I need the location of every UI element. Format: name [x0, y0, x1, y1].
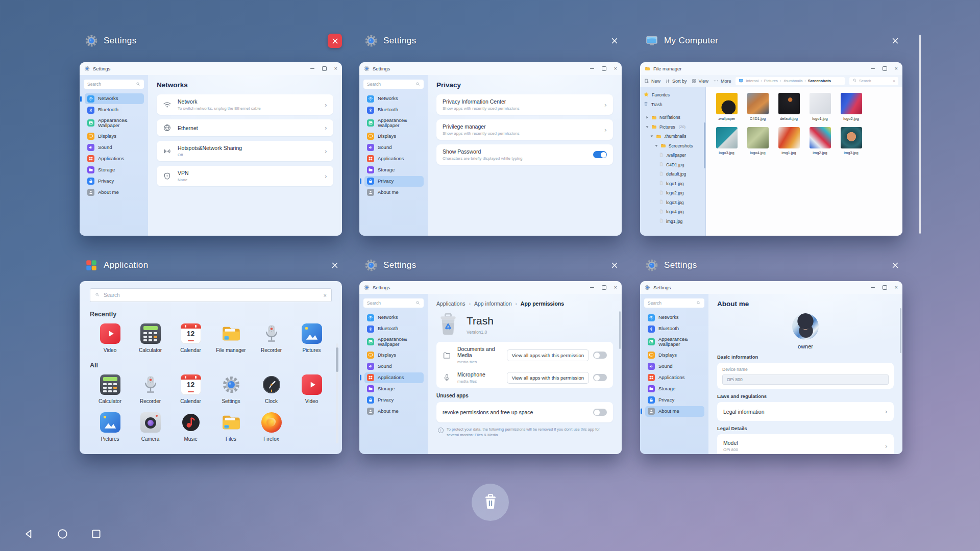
breadcrumb-thumbnails[interactable]: .thumbnails [783, 79, 802, 83]
overview-card-application[interactable]: Application Search×RecentlyVideoCalculat… [80, 257, 342, 471]
user-avatar[interactable] [792, 313, 819, 340]
sidebar-item-applications[interactable]: Applications [85, 154, 144, 164]
chevron-down-icon[interactable] [650, 135, 653, 138]
sidebar-item-appearance-wallpaper[interactable]: Appearance&Wallpaper [364, 116, 424, 131]
sidebar-item-storage[interactable]: Storage [364, 384, 424, 394]
more-button[interactable]: More [713, 78, 731, 84]
breadcrumb-pictures[interactable]: Pictures [764, 79, 778, 83]
sidebar-item-privacy[interactable]: Privacy [85, 176, 144, 187]
new-button[interactable]: New [644, 79, 660, 84]
minimize-button[interactable] [590, 68, 594, 69]
window-scrollbar[interactable] [900, 308, 901, 353]
sidebar-item-about-me[interactable]: About me [85, 187, 144, 198]
sidebar-search-input[interactable]: Search [363, 80, 424, 89]
minimize-button[interactable] [310, 68, 314, 69]
settings-row-privacy-information-center[interactable]: Privacy Information CenterShow apps with… [436, 94, 613, 115]
maximize-button[interactable] [602, 285, 606, 290]
back-button[interactable] [23, 528, 35, 540]
app-recorder[interactable]: Recorder [251, 323, 291, 353]
sidebar-item-bluetooth[interactable]: Bluetooth [85, 105, 144, 115]
settings-window-thumbnail[interactable]: Settings×SearchNetworksBluetoothAppearan… [359, 62, 622, 236]
tree-item-pictures[interactable]: Pictures(20) [643, 122, 703, 132]
file-tile-wallpaper[interactable]: .wallpaper [713, 93, 741, 121]
app-music[interactable]: Music [170, 412, 211, 442]
home-button[interactable] [57, 528, 68, 540]
app-video[interactable]: Video [291, 374, 332, 404]
sidebar-item-bluetooth[interactable]: Bluetooth [645, 323, 704, 334]
file-tile-logo2-jpg[interactable]: logo2.jpg [837, 93, 865, 121]
sidebar-item-privacy[interactable]: Privacy [364, 176, 424, 187]
breadcrumb-applications[interactable]: Applications [436, 300, 465, 307]
app-calculator[interactable]: Calculator [90, 374, 130, 404]
sort-button[interactable]: Sort by [665, 79, 687, 84]
toggle-switch[interactable] [593, 151, 607, 158]
sidebar-item-favorites[interactable]: Favorites [643, 90, 703, 100]
sidebar-item-displays[interactable]: Displays [645, 350, 704, 361]
tree-item-logo2-jpg[interactable]: logo2.jpg [643, 188, 703, 198]
close-button[interactable]: × [895, 285, 898, 290]
app-drawer-thumbnail[interactable]: Search×RecentlyVideoCalculator12Calendar… [80, 281, 342, 454]
breadcrumb-screenshots[interactable]: Screenshots [808, 79, 831, 83]
overview-card-settings-about-me[interactable]: Settings Settings×SearchNetworksBluetoot… [640, 257, 902, 471]
toggle-switch[interactable] [593, 374, 607, 381]
settings-window-thumbnail[interactable]: Settings×SearchNetworksBluetoothAppearan… [80, 62, 342, 236]
sidebar-item-storage[interactable]: Storage [85, 165, 144, 176]
sidebar-item-privacy[interactable]: Privacy [645, 395, 704, 406]
chevron-right-icon[interactable] [645, 116, 649, 119]
sidebar-item-about-me[interactable]: About me [364, 187, 424, 198]
sidebar-item-networks[interactable]: Networks [364, 312, 424, 323]
close-button[interactable]: × [614, 66, 617, 71]
sidebar-item-networks[interactable]: Networks [645, 312, 704, 323]
minimize-button[interactable] [871, 287, 875, 288]
close-card-button[interactable] [328, 258, 342, 272]
settings-row-ethernet[interactable]: Ethernet› [157, 119, 333, 136]
close-button[interactable]: × [334, 66, 337, 71]
settings-row-network[interactable]: NetworkTo switch networks, unplug the Et… [157, 94, 333, 115]
sidebar-item-networks[interactable]: Networks [85, 93, 144, 104]
sidebar-item-privacy[interactable]: Privacy [364, 395, 424, 406]
remove-all-trash-button[interactable] [472, 484, 509, 521]
app-file-manager[interactable]: File manager [211, 323, 251, 353]
maximize-button[interactable] [602, 66, 606, 71]
file-tile-img1-jpg[interactable]: img1.jpg [775, 127, 803, 155]
settings-row-vpn[interactable]: VPNNone› [157, 166, 333, 186]
sidebar-item-storage[interactable]: Storage [364, 165, 424, 176]
view-all-apps-button[interactable]: View all apps with this permission [507, 372, 589, 384]
app-pictures[interactable]: Pictures [90, 412, 130, 442]
scrollbar-thumb[interactable] [336, 347, 338, 372]
sidebar-item-sound[interactable]: Sound [645, 361, 704, 372]
sidebar-item-displays[interactable]: Displays [85, 131, 144, 142]
app-files[interactable]: Files [211, 412, 251, 442]
row-model[interactable]: ModelOPi 800› [717, 434, 894, 454]
breadcrumb[interactable]: Internal›Pictures›.thumbnails›Screenshot… [736, 77, 845, 85]
file-search-input[interactable]: Search× [849, 77, 898, 85]
sidebar-item-appearance-wallpaper[interactable]: Appearance&Wallpaper [85, 116, 144, 131]
tree-item-logo1-jpg[interactable]: logo1.jpg [643, 179, 703, 189]
file-tile-logo4-jpg[interactable]: logo4.jpg [744, 127, 772, 155]
settings-row-privilege-manager[interactable]: Privilege managerShow apps with recently… [436, 119, 613, 140]
app-calculator[interactable]: Calculator [130, 323, 170, 353]
settings-row-hotspots-network-sharing[interactable]: Hotspots&Network SharingOff› [157, 141, 333, 161]
file-tile-c4d1-jpg[interactable]: C4D1.jpg [744, 93, 772, 121]
app-camera[interactable]: Camera [130, 412, 170, 442]
tree-item-wallpaper[interactable]: .wallpaper [643, 151, 703, 160]
app-drawer-scrollbar[interactable] [336, 343, 338, 443]
close-card-button[interactable] [328, 34, 342, 48]
file-tile-logo1-jpg[interactable]: logo1.jpg [806, 93, 834, 121]
file-tile-img3-jpg[interactable]: img3.jpg [837, 127, 865, 155]
maximize-button[interactable] [883, 66, 887, 71]
tree-item-screenshots[interactable]: Screenshots [643, 141, 703, 151]
sidebar-item-bluetooth[interactable]: Bluetooth [364, 323, 424, 334]
sidebar-item-trash[interactable]: Trash [643, 100, 703, 110]
clear-search-icon[interactable]: × [324, 292, 327, 298]
sidebar-item-sound[interactable]: Sound [85, 142, 144, 153]
file-tile-img2-jpg[interactable]: img2.jpg [806, 127, 834, 155]
sidebar-search-input[interactable]: Search [644, 298, 704, 308]
sidebar-item-applications[interactable]: Applications [364, 154, 424, 164]
tree-item-norifations[interactable]: Norifations [643, 113, 703, 122]
sidebar-scrollbar[interactable] [704, 122, 705, 168]
device-name-input[interactable]: OPi 800 [722, 374, 889, 385]
close-button[interactable]: × [614, 285, 617, 290]
overview-card-settings-privacy[interactable]: Settings Settings×SearchNetworksBluetoot… [359, 32, 622, 246]
file-tile-default-jpg[interactable]: default.jpg [775, 93, 803, 121]
